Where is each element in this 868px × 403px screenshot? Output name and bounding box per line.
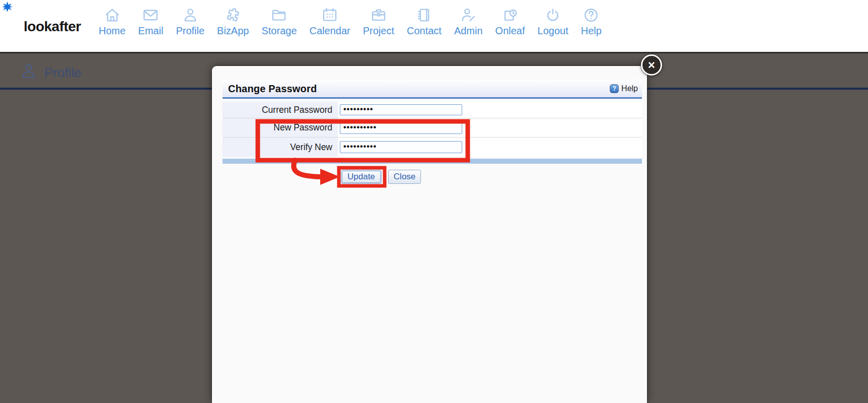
screen: lookafter Home Email Profile [0,0,868,403]
update-button-label: Update [342,171,381,183]
email-icon [142,7,159,24]
admin-user-pen-icon [460,7,477,24]
dialog-help-link[interactable]: ? Help [610,80,638,98]
nav-label: Profile [176,25,204,37]
form-bottom-bar [223,159,642,164]
new-password-label: New Password [223,118,338,137]
nav-item-storage[interactable]: Storage [261,7,297,37]
change-password-dialog: Change Password ? Help Current Password … [212,66,647,403]
nav-label: Help [581,25,602,37]
form-row-current-password: Current Password [223,102,642,118]
nav-item-admin[interactable]: Admin [454,7,483,37]
close-x-icon: ✕ [647,59,656,71]
home-icon [104,7,121,24]
current-password-input[interactable] [340,104,462,115]
app-logo: lookafter [24,19,81,35]
nav-menu: Home Email Profile BizApp [99,7,602,37]
nav-item-home[interactable]: Home [99,7,125,37]
verify-new-label: Verify New [223,138,338,157]
nav-label: Storage [261,25,297,37]
nav-item-calendar[interactable]: Calendar [310,7,350,37]
nav-label: Home [99,25,125,37]
nav-item-project[interactable]: Project [363,7,394,37]
folder-icon [270,7,287,24]
dialog-actions: Update Close [341,170,421,184]
nav-item-onleaf[interactable]: Onleaf [495,7,525,37]
help-label: Help [621,84,638,93]
nav-label: BizApp [217,25,249,37]
close-button-label: Close [389,170,420,183]
nav-item-help[interactable]: Help [581,7,602,37]
address-book-icon [415,7,432,24]
nav-label: Email [138,25,163,37]
form-row-verify-new: Verify New [223,138,642,157]
top-navigation-bar: lookafter Home Email Profile [0,0,868,52]
new-password-input[interactable] [340,122,462,134]
nav-item-logout[interactable]: Logout [538,7,568,37]
nav-label: Onleaf [495,25,525,37]
help-badge-icon: ? [610,84,619,93]
verify-new-input[interactable] [340,141,462,153]
nav-item-contact[interactable]: Contact [407,7,442,37]
password-form: Current Password New Password Verify New [223,102,642,157]
help-circle-icon [583,7,600,24]
nav-label: Admin [454,25,483,37]
nav-label: Contact [407,25,442,37]
dialog-close-x-button[interactable]: ✕ [641,54,662,76]
nav-item-bizapp[interactable]: BizApp [217,7,249,37]
current-password-label: Current Password [223,102,338,118]
dialog-title: Change Password [228,80,317,98]
nav-item-profile[interactable]: Profile [176,7,204,37]
nav-item-email[interactable]: Email [138,7,163,37]
nav-label: Logout [538,25,568,37]
document-clock-icon [501,7,519,24]
dialog-header: Change Password ? Help [223,80,642,99]
briefcase-icon [370,7,387,24]
close-button[interactable]: Close [388,170,421,184]
nav-label: Calendar [310,25,350,37]
profile-icon [182,7,199,24]
puzzle-icon [225,7,242,24]
power-icon [544,7,561,24]
nav-label: Project [363,25,394,37]
update-button[interactable]: Update [341,170,382,184]
spark-icon [2,2,13,12]
page-title: Profile [44,65,82,81]
form-row-new-password: New Password [223,118,642,138]
calendar-icon [321,7,338,24]
profile-section-icon [19,61,38,81]
